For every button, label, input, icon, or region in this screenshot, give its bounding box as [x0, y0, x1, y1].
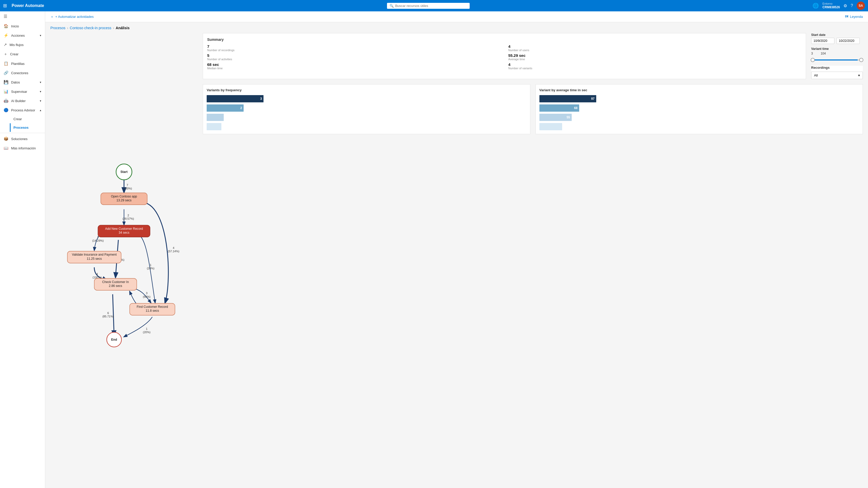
bar-chart-freq: 3 2: [207, 95, 526, 130]
chevron-down-icon-recordings: ▾: [858, 74, 860, 77]
add-activity-button[interactable]: ＋ + Automatizar actividades: [51, 15, 94, 19]
layout: ☰ 🏠 Inicio ⚡ Acciones ▾ ↗ Mis flujos ＋ C…: [0, 11, 868, 488]
process-diagram: 7 (100%) 2 (28.57%) 4 (57.14%) 1 (14.29%…: [51, 32, 197, 483]
sidebar-label-processadvisor: Process Advisor: [11, 108, 35, 112]
sidebar-item-crear-top[interactable]: ＋ Crear: [0, 49, 45, 59]
add-icon: ＋: [51, 15, 54, 19]
edge-label-validate-check: 4: [96, 272, 98, 276]
end-label: End: [111, 338, 117, 341]
content-area: 7 (100%) 2 (28.57%) 4 (57.14%) 1 (14.29%…: [45, 32, 868, 488]
bar-row-1: 3: [207, 95, 526, 103]
main-content: ＋ + Automatizar actividades 🗺 Leyenda Pr…: [45, 11, 868, 488]
edge-open-find: [141, 202, 168, 303]
edge-label-add-validate-pct: (14.29%): [92, 239, 103, 242]
sidebar-divider: [0, 133, 45, 133]
controls-panel: Start date Variant time 3 104: [811, 33, 863, 79]
avgtime-label: Average time: [508, 58, 802, 61]
sidebar-item-processadvisor[interactable]: 🔵 Process Advisor ▴: [0, 106, 45, 115]
summary-activities: 5 Number of activities: [207, 53, 501, 61]
variants-value: 4: [508, 62, 802, 67]
sidebar-label-crear-sub: Crear: [13, 117, 22, 121]
sidebar-item-conectores[interactable]: 🔗 Conectores: [0, 68, 45, 78]
slider-thumb-left[interactable]: [811, 58, 815, 62]
sidebar-item-soluciones[interactable]: 📦 Soluciones: [0, 134, 45, 143]
avgtime-value: 55.29 sec: [508, 53, 802, 58]
sidebar-label-procesos: Procesos: [13, 125, 29, 130]
breadcrumb-process-name[interactable]: Contoso check-in process: [70, 26, 111, 30]
actions-icon: ⚡: [4, 33, 8, 38]
legend-button[interactable]: 🗺 Leyenda: [845, 15, 863, 19]
edge-label-open-find-pct: (57.14%): [168, 250, 179, 253]
avatar[interactable]: SA: [857, 2, 865, 10]
sidebar: ☰ 🏠 Inicio ⚡ Acciones ▾ ↗ Mis flujos ＋ C…: [0, 11, 45, 488]
bar-chart-time: 97 68 55: [539, 95, 859, 130]
node-open-text1: Open Contoso app: [111, 195, 137, 198]
chevron-down-icon-supervisar: ▾: [40, 90, 41, 93]
variant-time-label: Variant time: [811, 47, 863, 51]
sidebar-item-masinfo[interactable]: 📖 Más información: [0, 143, 45, 153]
add-activity-label: + Automatizar actividades: [55, 15, 94, 19]
sidebar-label-aibuilder: AI Builder: [11, 99, 26, 103]
variants-label: Number of variants: [508, 67, 802, 70]
node-find-text2: 11.8 secs: [146, 309, 159, 313]
edge-label-find-end-pct: (20%): [143, 331, 150, 334]
node-check-text1: Check Customer In: [102, 280, 129, 284]
search-icon: 🔍: [390, 4, 394, 8]
slider-fill: [814, 59, 858, 60]
edge-label-start-open-pct: (100%): [123, 187, 132, 190]
sidebar-item-datos[interactable]: 💾 Datos ▾: [0, 78, 45, 87]
chart-frequency: Variants by frequency 3 2: [203, 84, 530, 134]
topnav-right: 🌐 Entorno CRM838526 ⚙ ? SA: [812, 2, 865, 10]
node-open-text2: 13.29 secs: [117, 199, 131, 202]
search-box[interactable]: 🔍: [387, 3, 470, 9]
sidebar-item-inicio[interactable]: 🏠 Inicio: [0, 22, 45, 31]
users-label: Number of users: [508, 49, 802, 52]
help-icon[interactable]: ?: [851, 3, 853, 8]
sidebar-item-plantillas[interactable]: 📋 Plantillas: [0, 59, 45, 68]
recordings-select-value: All: [814, 74, 817, 77]
slider-thumb-right[interactable]: [859, 58, 863, 62]
search-input[interactable]: [395, 4, 467, 8]
date-row: [811, 38, 863, 44]
bar-row-t3: 55: [539, 114, 859, 121]
sidebar-label-misflujos: Mis flujos: [9, 43, 24, 47]
sidebar-item-crear-sub[interactable]: Crear: [10, 115, 45, 123]
breadcrumb-procesos[interactable]: Procesos: [51, 26, 65, 30]
edge-label-add-find-pct: (20%): [147, 267, 154, 270]
grid-icon[interactable]: ⊞: [3, 3, 7, 8]
date-from-input[interactable]: [811, 38, 834, 44]
sidebar-label-soluciones: Soluciones: [11, 137, 28, 141]
sidebar-item-acciones[interactable]: ⚡ Acciones ▾: [0, 31, 45, 40]
bar-time-3: 55: [539, 114, 572, 121]
sidebar-label-supervisar: Supervisar: [11, 90, 27, 93]
node-validate-text1: Validate Insurance and Payment: [72, 253, 117, 256]
sidebar-item-procesos[interactable]: Procesos: [10, 123, 45, 132]
settings-icon[interactable]: ⚙: [843, 3, 847, 8]
bar-row-t2: 68: [539, 105, 859, 112]
sidebar-item-supervisar[interactable]: 📊 Supervisar ▾: [0, 87, 45, 96]
environment-icon: 🌐: [812, 3, 819, 9]
right-panel: Summary 7 Number of recordings 4 Number …: [203, 32, 863, 483]
connectors-icon: 🔗: [4, 70, 8, 75]
breadcrumb-current: Análisis: [116, 26, 130, 30]
sidebar-item-aibuilder[interactable]: 🤖 AI Builder ▾: [0, 96, 45, 106]
node-check-text2: 2.86 secs: [109, 284, 122, 288]
ai-icon: 🤖: [4, 98, 8, 103]
node-add-text1: Add New Customer Record: [105, 227, 143, 231]
date-to-input[interactable]: [836, 38, 860, 44]
bar-freq-4: [207, 123, 221, 130]
sidebar-label-datos: Datos: [11, 80, 20, 84]
variant-time-group: Variant time 3 104: [811, 47, 863, 62]
summary-section: Summary 7 Number of recordings 4 Number …: [203, 33, 806, 79]
edge-label-check-end-pct: (85.71%): [102, 315, 114, 318]
recordings-select[interactable]: All ▾: [811, 71, 863, 79]
slider-labels: 3 104: [811, 52, 863, 55]
start-label: Start: [120, 170, 127, 174]
bar-row-t1: 97: [539, 95, 859, 103]
breadcrumb: Procesos › Contoso check-in process › An…: [45, 22, 868, 32]
slider-track[interactable]: [811, 59, 863, 60]
sidebar-item-misflujos[interactable]: ↗ Mis flujos: [0, 40, 45, 49]
summary-median: 68 sec Median time: [207, 62, 501, 70]
sidebar-toggle[interactable]: ☰: [0, 11, 45, 22]
solutions-icon: 📦: [4, 137, 8, 141]
